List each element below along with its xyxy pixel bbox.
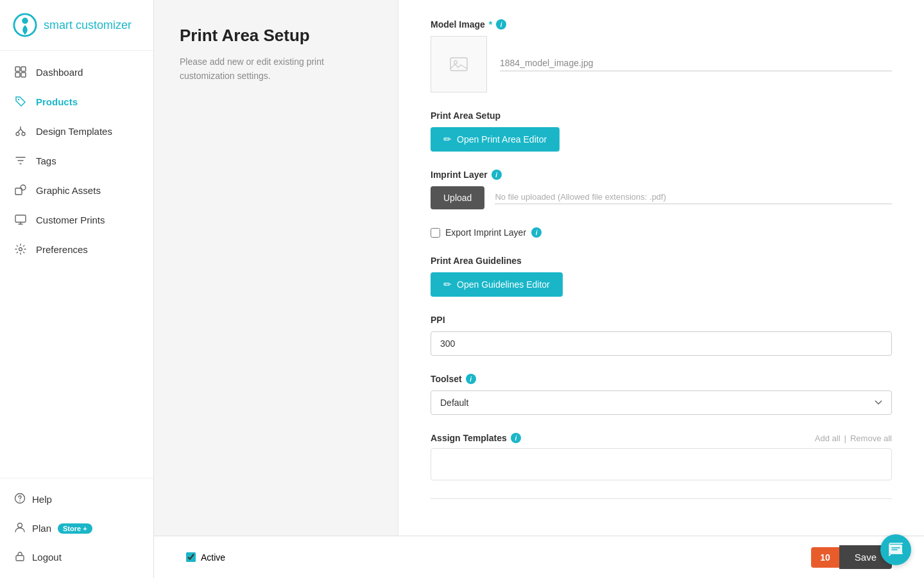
export-imprint-layer-group: Export Imprint Layer i: [431, 227, 892, 238]
svg-rect-5: [21, 73, 26, 77]
export-imprint-label: Export Imprint Layer: [445, 227, 526, 238]
assign-templates-label: Assign Templates i: [431, 433, 521, 443]
print-area-setup-group: Print Area Setup ✏ Open Print Area Edito…: [431, 110, 892, 152]
toolset-info-icon[interactable]: i: [466, 374, 476, 384]
grid-icon: [14, 66, 27, 78]
svg-point-1: [22, 18, 28, 24]
svg-point-15: [19, 248, 22, 251]
page-description: Please add new or edit existing print cu…: [180, 55, 372, 83]
counter-badge: 10: [811, 547, 839, 568]
lock-icon: [14, 550, 26, 564]
svg-point-8: [22, 132, 25, 136]
active-checkbox[interactable]: [186, 552, 196, 562]
sidebar-item-plan[interactable]: Plan Store +: [0, 514, 153, 543]
actions-separator: |: [844, 434, 846, 443]
sidebar-item-dashboard[interactable]: Dashboard: [0, 57, 153, 87]
plan-badge[interactable]: Store +: [58, 523, 92, 534]
svg-point-7: [16, 132, 19, 136]
sidebar-item-tags[interactable]: Tags: [0, 146, 153, 175]
filter-icon: [14, 154, 27, 167]
assign-templates-actions: Add all | Remove all: [815, 434, 892, 443]
svg-point-6: [18, 99, 19, 100]
model-image-row: 1884_model_image.jpg: [431, 36, 892, 92]
svg-point-13: [21, 185, 26, 190]
sidebar-bottom: Help Plan Store + Logout: [0, 478, 153, 578]
model-image-preview[interactable]: [431, 36, 487, 92]
monitor-icon: [14, 213, 27, 226]
sidebar-item-preferences[interactable]: Preferences: [0, 234, 153, 264]
toolset-select[interactable]: Default Advanced Basic: [431, 390, 892, 415]
export-imprint-checkbox[interactable]: [431, 228, 440, 238]
svg-rect-22: [889, 545, 902, 554]
model-image-label: Model Image * i: [431, 19, 892, 30]
sidebar-label-logout: Logout: [32, 552, 62, 563]
assign-templates-info-icon[interactable]: i: [511, 433, 521, 443]
main-content: Print Area Setup Please add new or edit …: [154, 0, 924, 578]
sidebar-nav: Dashboard Products Design Templates Tags: [0, 51, 153, 478]
svg-point-17: [19, 500, 21, 502]
svg-point-18: [18, 523, 22, 528]
toolset-label: Toolset i: [431, 374, 892, 384]
shapes-icon: [14, 184, 27, 197]
sidebar-label-graphic-assets: Graphic Assets: [36, 185, 101, 196]
sidebar-item-logout[interactable]: Logout: [0, 543, 153, 572]
svg-point-21: [454, 61, 458, 64]
scissors-icon: [14, 125, 27, 137]
svg-rect-19: [16, 556, 24, 561]
svg-rect-3: [21, 67, 26, 71]
sidebar-label-design-templates: Design Templates: [36, 126, 112, 137]
sidebar-label-tags: Tags: [36, 155, 56, 166]
export-imprint-checkbox-row: Export Imprint Layer i: [431, 227, 892, 238]
ppi-group: PPI: [431, 315, 892, 356]
sidebar-item-design-templates[interactable]: Design Templates: [0, 116, 153, 146]
chat-icon: [889, 543, 903, 557]
sidebar-item-graphic-assets[interactable]: Graphic Assets: [0, 175, 153, 205]
sidebar: smart customizer Dashboard Products Desi…: [0, 0, 154, 578]
assign-templates-box[interactable]: [431, 448, 892, 480]
sidebar-label-plan: Plan: [32, 523, 51, 534]
svg-line-9: [18, 129, 21, 132]
model-image-info-icon[interactable]: i: [496, 19, 506, 30]
imprint-layer-group: Imprint Layer i Upload No file uploaded …: [431, 170, 892, 209]
upload-hint: No file uploaded (Allowed file extension…: [495, 192, 892, 204]
model-image-filename: 1884_model_image.jpg: [500, 58, 892, 71]
tag-icon: [14, 95, 27, 108]
form-divider: [431, 498, 892, 499]
open-print-area-editor-button[interactable]: ✏ Open Print Area Editor: [431, 127, 560, 152]
sidebar-label-dashboard: Dashboard: [36, 67, 83, 78]
imprint-layer-info-icon[interactable]: i: [492, 170, 502, 180]
upload-row: Upload No file uploaded (Allowed file ex…: [431, 186, 892, 209]
open-guidelines-editor-button[interactable]: ✏ Open Guidelines Editor: [431, 272, 563, 297]
required-indicator: *: [489, 19, 492, 30]
image-placeholder-icon: [449, 55, 468, 74]
print-area-guidelines-group: Print Area Guidelines ✏ Open Guidelines …: [431, 256, 892, 297]
chat-fab[interactable]: [880, 534, 911, 565]
print-area-setup-label: Print Area Setup: [431, 110, 892, 121]
ppi-input[interactable]: [431, 331, 892, 356]
svg-line-10: [21, 129, 24, 132]
sidebar-item-customer-prints[interactable]: Customer Prints: [0, 205, 153, 234]
toolset-group: Toolset i Default Advanced Basic: [431, 374, 892, 415]
svg-rect-14: [15, 215, 26, 222]
sidebar-item-help[interactable]: Help: [0, 485, 153, 514]
upload-button[interactable]: Upload: [431, 186, 484, 209]
bottom-bar: Active 10 Save: [154, 536, 924, 578]
imprint-layer-label: Imprint Layer i: [431, 170, 892, 180]
remove-all-link[interactable]: Remove all: [850, 434, 892, 443]
form-panel: Model Image * i 1884_model_image.jpg Pri…: [398, 0, 924, 578]
sidebar-item-products[interactable]: Products: [0, 87, 153, 116]
export-imprint-info-icon[interactable]: i: [531, 227, 542, 238]
app-name: smart customizer: [44, 19, 132, 32]
pencil-guidelines-icon: ✏: [443, 279, 452, 290]
ppi-label: PPI: [431, 315, 892, 325]
assign-templates-header: Assign Templates i Add all | Remove all: [431, 433, 892, 443]
svg-rect-2: [15, 67, 20, 71]
assign-templates-group: Assign Templates i Add all | Remove all: [431, 433, 892, 480]
svg-rect-20: [450, 58, 467, 71]
pencil-icon: ✏: [443, 134, 452, 145]
add-all-link[interactable]: Add all: [815, 434, 841, 443]
sidebar-label-products: Products: [36, 96, 78, 107]
print-area-guidelines-label: Print Area Guidelines: [431, 256, 892, 266]
sidebar-label-preferences: Preferences: [36, 244, 88, 255]
question-icon: [14, 493, 26, 506]
